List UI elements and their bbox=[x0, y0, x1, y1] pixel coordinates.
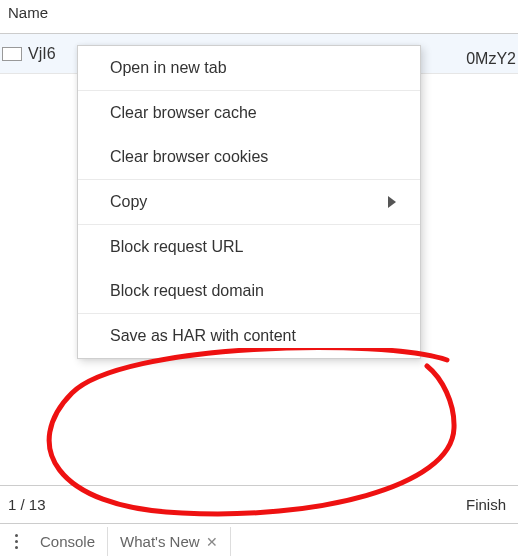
status-finish: Finish bbox=[466, 496, 506, 513]
status-bar: 1 / 13 Finish bbox=[0, 485, 518, 523]
tab-console[interactable]: Console bbox=[28, 527, 108, 556]
status-count: 1 / 13 bbox=[8, 496, 46, 513]
menu-label: Open in new tab bbox=[110, 59, 227, 77]
menu-block-request-url[interactable]: Block request URL bbox=[78, 225, 420, 269]
menu-label: Block request domain bbox=[110, 282, 264, 300]
footer: 1 / 13 Finish Console What's New ✕ bbox=[0, 485, 518, 559]
menu-clear-browser-cookies[interactable]: Clear browser cookies bbox=[78, 135, 420, 179]
menu-label: Block request URL bbox=[110, 238, 243, 256]
column-header-name[interactable]: Name bbox=[0, 0, 518, 34]
menu-copy[interactable]: Copy bbox=[78, 180, 420, 224]
column-label: Name bbox=[8, 4, 48, 21]
request-url-left: VjI6 bbox=[28, 45, 56, 63]
request-url-right: 0MzY2 bbox=[464, 50, 518, 68]
row-checkbox[interactable] bbox=[2, 47, 22, 61]
menu-clear-browser-cache[interactable]: Clear browser cache bbox=[78, 91, 420, 135]
tab-label: What's New bbox=[120, 533, 200, 550]
drawer-tab-bar: Console What's New ✕ bbox=[0, 523, 518, 559]
tab-label: Console bbox=[40, 533, 95, 550]
kebab-menu-icon[interactable] bbox=[4, 534, 28, 549]
context-menu: Open in new tab Clear browser cache Clea… bbox=[77, 45, 421, 359]
submenu-arrow-icon bbox=[388, 196, 396, 208]
menu-label: Clear browser cookies bbox=[110, 148, 268, 166]
tab-whats-new[interactable]: What's New ✕ bbox=[108, 527, 231, 556]
menu-open-in-new-tab[interactable]: Open in new tab bbox=[78, 46, 420, 90]
menu-label: Copy bbox=[110, 193, 147, 211]
menu-label: Save as HAR with content bbox=[110, 327, 296, 345]
menu-save-as-har[interactable]: Save as HAR with content bbox=[78, 314, 420, 358]
menu-label: Clear browser cache bbox=[110, 104, 257, 122]
close-icon[interactable]: ✕ bbox=[206, 534, 218, 550]
menu-block-request-domain[interactable]: Block request domain bbox=[78, 269, 420, 313]
